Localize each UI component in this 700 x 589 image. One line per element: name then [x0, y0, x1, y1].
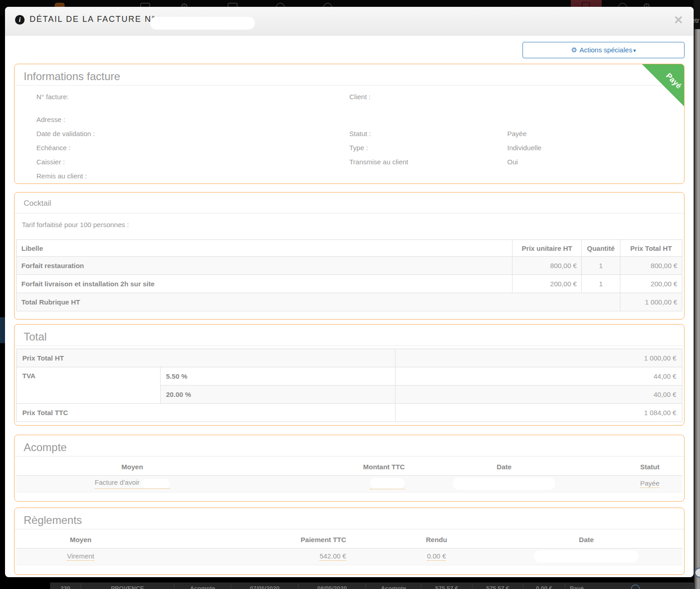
bg-cell: Payé [565, 583, 694, 589]
cell-tva-value: 40,00 € [395, 386, 682, 404]
section-title: Cocktail [15, 193, 684, 213]
field-label-validation-date: Date de validation : [36, 130, 95, 137]
special-actions-button[interactable]: ⚙Actions spéciales▾ [522, 42, 685, 58]
field-value-sent-to-client: Oui [507, 158, 518, 166]
deposit-amount-link[interactable] [370, 478, 405, 489]
field-value-type: Individuelle [507, 144, 542, 152]
cell-tva-rate: 20.00 % [160, 386, 395, 404]
col-header-method: Moyen [16, 459, 248, 475]
cell-section-total-value: 1 000,00 € [620, 293, 682, 311]
cell-label: Forfait restauration [17, 257, 512, 275]
field-label-invoice-number: N° facture: [36, 93, 69, 101]
deposit-table: Moyen Montant TTC Date Statut Facture d'… [16, 459, 682, 493]
redacted-invoice-number [150, 17, 255, 30]
section-title: Acompte [15, 435, 684, 456]
col-header-unit-price: Prix unitaire HT [512, 240, 582, 257]
cell-tva-value: 44,00 € [395, 367, 682, 386]
col-header-date: Date [491, 532, 682, 548]
special-actions-label: Actions spéciales [579, 46, 632, 54]
section-title: Total [15, 325, 684, 345]
field-label-cashier: Caissier : [36, 158, 65, 166]
table-row: Facture d'avoir Payée [16, 475, 682, 492]
panel-deposit: Acompte Moyen Montant TTC Date Statut Fa… [14, 435, 685, 502]
bg-cell: 575,57 € [421, 583, 472, 589]
cocktail-table: Libelle Prix unitaire HT Quantité Prix T… [16, 239, 682, 311]
cell-tva-rate: 5.50 % [160, 367, 395, 386]
field-label-due-date: Echéance : [36, 144, 71, 152]
bg-cell: Acompte [174, 583, 231, 589]
field-label-address: Adresse : [36, 116, 65, 123]
close-icon[interactable]: × [674, 12, 683, 27]
cell-total: 800,00 € [620, 257, 682, 275]
cell-label: Forfait livraison et installation 2h sur… [17, 275, 512, 293]
cocktail-subtitle: Tarif forfaitisé pour 100 personnes : [15, 213, 684, 228]
col-header-change: Rendu [383, 532, 491, 548]
field-value-status: Payée [507, 130, 527, 137]
bg-cell: Acompte [366, 583, 421, 589]
table-total-row: Total Rubrique HT 1 000,00 € [17, 293, 682, 311]
invoice-detail-modal: i DÉTAIL DE LA FACTURE N° × ⚙Actions spé… [5, 7, 694, 577]
col-header-method: Moyen [16, 532, 145, 548]
payments-table: Moyen Paiement TTC Rendu Date Virement 5… [16, 532, 682, 565]
col-header-total-price: Prix Total HT [620, 240, 682, 257]
deposit-status-link[interactable]: Payée [640, 479, 659, 488]
bg-cell: PROVENCE [81, 583, 174, 589]
section-title: Règlements [15, 508, 684, 529]
cell-total-ttc-label: Prix Total TTC [17, 404, 396, 422]
bg-cell: 0,00 € [523, 583, 565, 589]
panel-total: Total Prix Total HT 1 000,00 € TVA 5.50 … [14, 324, 685, 426]
payment-method-link[interactable]: Virement [67, 552, 94, 561]
gear-icon: ⚙ [571, 46, 577, 54]
table-row: Prix Total TTC 1 084,00 € [17, 404, 682, 422]
redacted-value [370, 478, 405, 488]
table-row: Virement 542.00 € 0.00 € [16, 548, 682, 565]
invoice-detail-screen: { "icons": { "info": "i", "gear": "⚙", "… [0, 0, 700, 589]
col-header-payment-ttc: Paiement TTC [145, 532, 382, 548]
table-row: Forfait restauration 800,00 € 1 800,00 € [17, 257, 682, 275]
cell-unit-price: 800,00 € [512, 257, 582, 275]
panel-payments: Règlements Moyen Paiement TTC Rendu Date… [14, 508, 685, 575]
table-header-row: Moyen Montant TTC Date Statut [16, 459, 682, 475]
redacted-value [142, 479, 170, 488]
field-label-given-to-client: Remis au client : [36, 172, 87, 180]
paid-ribbon: Payé [642, 64, 685, 107]
background-table-row: 230 PROVENCE Acompte 07/05/2020 08/05/20… [50, 583, 694, 589]
payment-change-link[interactable]: 0.00 € [427, 552, 446, 561]
modal-header: i DÉTAIL DE LA FACTURE N° × [5, 7, 694, 36]
col-header-status: Statut [567, 459, 682, 475]
cell-total-ht-label: Prix Total HT [17, 349, 396, 367]
bg-cell: 575,57 € [472, 583, 523, 589]
modal-title: DÉTAIL DE LA FACTURE N° [30, 15, 156, 24]
cell-quantity: 1 [582, 257, 620, 275]
credit-note-link[interactable]: Facture d'avoir [95, 478, 170, 488]
table-row: Forfait livraison et installation 2h sur… [17, 275, 682, 293]
cell-unit-price: 200,00 € [512, 275, 582, 293]
field-label-status: Statut : [350, 130, 507, 137]
cell-quantity: 1 [582, 275, 620, 293]
field-label-type: Type : [350, 144, 507, 152]
field-label-sent-to-client: Transmise au client [350, 158, 507, 166]
bg-cell: 07/05/2020 [231, 583, 299, 589]
info-icon: i [15, 15, 25, 25]
table-header-row: Moyen Paiement TTC Rendu Date [16, 532, 682, 548]
table-header-row: Libelle Prix unitaire HT Quantité Prix T… [17, 240, 682, 257]
col-header-quantity: Quantité [582, 240, 620, 257]
col-header-amount-ttc: Montant TTC [248, 459, 441, 475]
panel-invoice-info: Informations facture N° facture: Client … [14, 64, 685, 184]
cell-total-ht-value: 1 000,00 € [395, 349, 682, 367]
bg-cell: 08/05/2020 [299, 583, 366, 589]
table-row: Prix Total HT 1 000,00 € [17, 349, 682, 367]
scrollbar-thumb[interactable] [694, 29, 700, 589]
caret-down-icon: ▾ [633, 47, 636, 54]
section-title: Informations facture [15, 64, 684, 85]
cell-tva-label: TVA [17, 367, 161, 404]
col-header-date: Date [441, 459, 567, 475]
field-label-client: Client : [350, 93, 507, 101]
redacted-value [534, 550, 639, 563]
col-header-label: Libelle [17, 240, 512, 257]
panel-cocktail: Cocktail Tarif forfaitisé pour 100 perso… [14, 192, 685, 320]
table-row: TVA 5.50 % 44,00 € [17, 367, 682, 386]
payment-amount-link[interactable]: 542.00 € [320, 552, 346, 561]
cell-total: 200,00 € [620, 275, 682, 293]
redacted-value [453, 477, 555, 490]
